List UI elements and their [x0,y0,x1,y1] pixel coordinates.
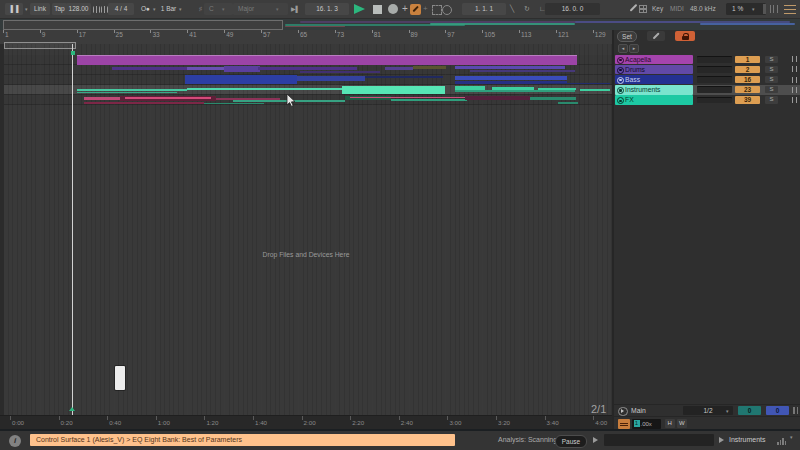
next-button[interactable]: ▸ [629,44,639,53]
track-solo-button[interactable]: S [765,66,778,73]
punch-in-icon[interactable]: ╲ [510,0,514,18]
pencil-button[interactable] [647,31,665,41]
clip[interactable] [580,89,610,91]
quantize-caret-icon[interactable]: ▾ [179,0,182,18]
width-button[interactable]: W [677,419,687,428]
clip[interactable] [470,70,575,72]
loop-in-box[interactable]: 0 [738,406,761,415]
clip[interactable] [77,55,577,65]
clip[interactable] [540,83,610,85]
metronome-button[interactable]: O● [139,3,152,15]
cpu-meter[interactable]: 1 % [726,3,766,15]
pause-button[interactable]: Pause [555,435,587,448]
instruments-label[interactable]: Instruments [729,436,766,443]
track-header-drums[interactable]: Drums2S [615,65,800,75]
nudge-down-icon[interactable] [93,6,100,13]
track-header-acapella[interactable]: Acapella1S [615,55,800,65]
track-arm-icon[interactable] [617,67,624,74]
track-name-drums[interactable]: Drums [615,65,693,75]
stop-button[interactable] [373,5,382,14]
clip[interactable] [558,102,578,104]
track-stop-bars-icon[interactable] [792,97,798,103]
tap-button[interactable]: Tap [52,3,67,15]
clip[interactable] [187,67,224,70]
clip[interactable] [530,97,576,100]
midi-map-button[interactable]: MIDI [670,0,684,18]
clip[interactable] [187,88,342,91]
track-name-acapella[interactable]: Acapella [615,55,693,65]
loop-brace[interactable] [4,42,76,49]
lock-button[interactable] [675,31,695,41]
follow-icon[interactable]: ▶▌ [291,0,300,18]
track-stop-bars-icon[interactable] [792,87,798,93]
clip[interactable] [204,103,264,105]
clip[interactable] [84,97,120,100]
arrangement-position-field[interactable]: 16. 1. 3 [305,3,349,15]
track-name-instruments[interactable]: Instruments [615,85,693,95]
clip[interactable] [125,97,211,99]
track-header-fx[interactable]: FX39S [615,95,800,105]
track-number-box[interactable]: 1 [735,56,760,63]
bar-ruler[interactable]: 191725334149576573818997105113121129 [0,30,612,45]
clip[interactable] [455,90,575,92]
tempo-field[interactable]: 128.00 [66,3,91,15]
clip[interactable] [84,102,204,104]
highlight-mode-icon[interactable] [432,5,442,15]
instruments-play-icon[interactable] [719,437,724,443]
midi-editor-pencil-icon[interactable] [630,4,637,11]
track-header-bass[interactable]: Bass16S [615,75,800,85]
quantize-menu[interactable]: 1 Bar [159,3,178,15]
record-button[interactable] [388,4,398,14]
track-stop-bars-icon[interactable] [792,77,798,83]
clip[interactable] [300,71,380,73]
playhead[interactable] [72,44,73,415]
clip[interactable] [385,67,413,70]
track-number-box[interactable]: 2 [735,66,760,73]
metronome-caret-icon[interactable]: ▾ [153,0,156,18]
clip[interactable] [391,99,467,101]
loop-out-box[interactable]: 0 [766,406,789,415]
time-ruler[interactable]: 0:000:200:401:001:201:402:002:202:403:00… [0,415,612,430]
clip[interactable] [455,76,567,81]
clip[interactable] [342,86,445,94]
track-header-instruments[interactable]: Instruments23S [615,85,800,95]
track-solo-button[interactable]: S [765,56,778,63]
menu-icon[interactable] [784,4,796,14]
cpu-caret-icon[interactable]: ▾ [752,0,755,18]
track-arm-icon[interactable] [617,97,624,104]
overview-view-rectangle[interactable] [3,20,283,30]
track-arm-icon[interactable] [617,87,624,94]
arrangement-overview[interactable] [0,19,800,31]
set-button[interactable]: Set [617,31,637,42]
add-locator-icon[interactable]: + [423,0,428,17]
loop-start-field[interactable]: 1. 1. 1 [462,3,506,15]
speed-icon[interactable] [618,419,630,429]
clip[interactable] [224,66,260,72]
clip[interactable] [258,67,357,70]
track-number-box[interactable]: 16 [735,76,760,83]
view-selector-caret-icon[interactable]: ▾ [25,0,28,18]
track-number-box[interactable]: 23 [735,86,760,93]
loop-icon[interactable]: ↻ [524,0,530,18]
resume-icon[interactable] [593,437,598,443]
view-selector-button[interactable]: ▐▐ [5,3,23,15]
clip[interactable] [413,66,446,69]
clip[interactable] [455,66,565,69]
add-track-icon[interactable]: + [402,0,408,17]
link-button[interactable]: Link [30,3,50,15]
clip[interactable] [185,75,297,84]
prev-button[interactable]: ◂ [618,44,628,53]
key-scale-field[interactable]: Major [233,3,288,15]
track-name-bass[interactable]: Bass [615,75,693,85]
key-root-field[interactable]: C [204,3,233,15]
main-track-label[interactable]: Main [631,407,646,414]
clip[interactable] [112,67,188,70]
nudge-up-icon[interactable] [101,6,108,13]
track-stop-bars-icon[interactable] [792,66,798,72]
capture-midi-icon[interactable] [442,5,452,15]
track-solo-button[interactable]: S [765,86,778,93]
key-map-button[interactable]: Key [652,0,663,18]
grid-icon[interactable] [639,5,647,13]
key-root-caret-icon[interactable]: ▾ [222,0,225,18]
track-solo-button[interactable]: S [765,76,778,83]
